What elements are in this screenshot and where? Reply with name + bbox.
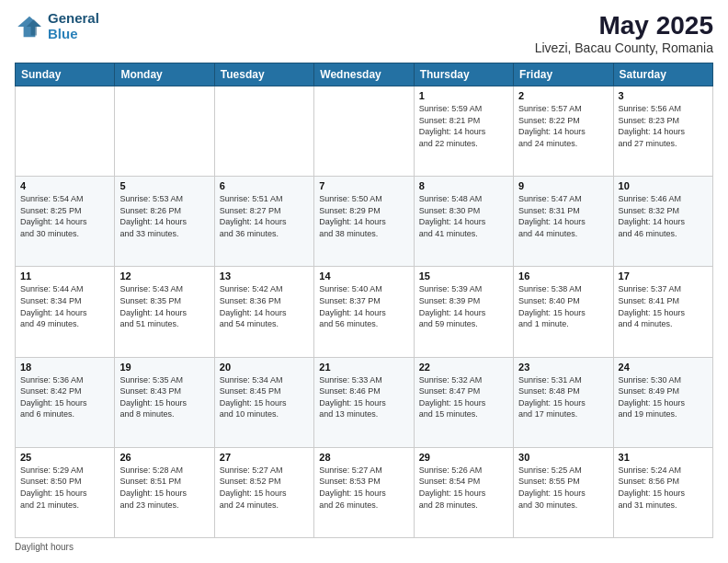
day-cell: 28Sunrise: 5:27 AM Sunset: 8:53 PM Dayli… xyxy=(314,447,414,537)
day-number: 19 xyxy=(119,362,209,373)
day-cell: 22Sunrise: 5:32 AM Sunset: 8:47 PM Dayli… xyxy=(414,357,513,447)
day-info: Sunrise: 5:40 AM Sunset: 8:37 PM Dayligh… xyxy=(319,283,408,329)
week-row-1: 4Sunrise: 5:54 AM Sunset: 8:25 PM Daylig… xyxy=(16,177,713,267)
day-cell: 20Sunrise: 5:34 AM Sunset: 8:45 PM Dayli… xyxy=(214,357,313,447)
day-info: Sunrise: 5:46 AM Sunset: 8:32 PM Dayligh… xyxy=(619,193,708,239)
daylight-note: Daylight hours xyxy=(15,542,74,552)
day-number: 27 xyxy=(220,452,309,463)
day-info: Sunrise: 5:25 AM Sunset: 8:55 PM Dayligh… xyxy=(518,465,608,511)
day-cell xyxy=(214,86,313,177)
day-cell: 17Sunrise: 5:37 AM Sunset: 8:41 PM Dayli… xyxy=(613,267,712,357)
logo-line2: Blue xyxy=(48,27,99,42)
day-info: Sunrise: 5:50 AM Sunset: 8:29 PM Dayligh… xyxy=(319,193,408,239)
day-number: 2 xyxy=(518,90,608,101)
day-number: 7 xyxy=(319,180,408,191)
day-number: 9 xyxy=(518,180,608,191)
day-cell: 31Sunrise: 5:24 AM Sunset: 8:56 PM Dayli… xyxy=(613,447,712,537)
day-number: 14 xyxy=(319,270,408,282)
day-info: Sunrise: 5:38 AM Sunset: 8:40 PM Dayligh… xyxy=(518,283,608,329)
day-number: 23 xyxy=(518,362,608,373)
day-cell: 14Sunrise: 5:40 AM Sunset: 8:37 PM Dayli… xyxy=(314,267,414,357)
day-number: 18 xyxy=(20,362,109,373)
header: General Blue May 2025 Livezi, Bacau Coun… xyxy=(15,11,713,55)
day-cell: 13Sunrise: 5:42 AM Sunset: 8:36 PM Dayli… xyxy=(214,267,313,357)
day-number: 29 xyxy=(419,452,508,463)
day-number: 4 xyxy=(20,180,109,191)
day-cell: 24Sunrise: 5:30 AM Sunset: 8:49 PM Dayli… xyxy=(613,357,712,447)
logo-icon xyxy=(15,12,44,41)
logo-line1: General xyxy=(48,11,99,27)
day-info: Sunrise: 5:44 AM Sunset: 8:34 PM Dayligh… xyxy=(20,283,109,329)
day-cell xyxy=(314,86,414,177)
day-cell xyxy=(115,86,214,177)
day-info: Sunrise: 5:27 AM Sunset: 8:53 PM Dayligh… xyxy=(319,465,408,511)
day-info: Sunrise: 5:42 AM Sunset: 8:36 PM Dayligh… xyxy=(220,283,309,329)
title-block: May 2025 Livezi, Bacau County, Romania xyxy=(535,11,713,55)
calendar-table: SundayMondayTuesdayWednesdayThursdayFrid… xyxy=(15,63,713,538)
day-header-tuesday: Tuesday xyxy=(214,63,313,86)
day-number: 16 xyxy=(518,270,608,282)
day-info: Sunrise: 5:35 AM Sunset: 8:43 PM Dayligh… xyxy=(119,374,209,420)
day-cell: 8Sunrise: 5:48 AM Sunset: 8:30 PM Daylig… xyxy=(414,177,513,267)
logo: General Blue xyxy=(15,11,99,41)
day-header-wednesday: Wednesday xyxy=(314,63,414,86)
day-cell: 30Sunrise: 5:25 AM Sunset: 8:55 PM Dayli… xyxy=(514,447,613,537)
day-cell: 12Sunrise: 5:43 AM Sunset: 8:35 PM Dayli… xyxy=(115,267,214,357)
logo-text: General Blue xyxy=(48,11,99,41)
day-info: Sunrise: 5:30 AM Sunset: 8:49 PM Dayligh… xyxy=(619,374,708,420)
day-info: Sunrise: 5:27 AM Sunset: 8:52 PM Dayligh… xyxy=(220,465,309,511)
day-number: 5 xyxy=(119,180,209,191)
week-row-2: 11Sunrise: 5:44 AM Sunset: 8:34 PM Dayli… xyxy=(16,267,713,357)
day-number: 11 xyxy=(20,270,109,282)
header-row: SundayMondayTuesdayWednesdayThursdayFrid… xyxy=(16,63,713,86)
day-cell: 11Sunrise: 5:44 AM Sunset: 8:34 PM Dayli… xyxy=(16,267,115,357)
day-cell: 26Sunrise: 5:28 AM Sunset: 8:51 PM Dayli… xyxy=(115,447,214,537)
day-cell: 1Sunrise: 5:59 AM Sunset: 8:21 PM Daylig… xyxy=(414,86,513,177)
day-number: 8 xyxy=(419,180,508,191)
day-number: 17 xyxy=(619,270,708,282)
day-number: 25 xyxy=(20,452,109,463)
day-cell: 3Sunrise: 5:56 AM Sunset: 8:23 PM Daylig… xyxy=(613,86,712,177)
day-cell: 19Sunrise: 5:35 AM Sunset: 8:43 PM Dayli… xyxy=(115,357,214,447)
day-number: 22 xyxy=(419,362,508,373)
page: General Blue May 2025 Livezi, Bacau Coun… xyxy=(0,0,728,563)
day-number: 30 xyxy=(518,452,608,463)
day-info: Sunrise: 5:43 AM Sunset: 8:35 PM Dayligh… xyxy=(119,283,209,329)
day-number: 1 xyxy=(419,90,508,101)
day-info: Sunrise: 5:37 AM Sunset: 8:41 PM Dayligh… xyxy=(619,283,708,329)
day-cell: 27Sunrise: 5:27 AM Sunset: 8:52 PM Dayli… xyxy=(214,447,313,537)
day-number: 24 xyxy=(619,362,708,373)
day-info: Sunrise: 5:47 AM Sunset: 8:31 PM Dayligh… xyxy=(518,193,608,239)
day-cell: 9Sunrise: 5:47 AM Sunset: 8:31 PM Daylig… xyxy=(514,177,613,267)
day-cell: 25Sunrise: 5:29 AM Sunset: 8:50 PM Dayli… xyxy=(16,447,115,537)
day-info: Sunrise: 5:34 AM Sunset: 8:45 PM Dayligh… xyxy=(220,374,309,420)
day-info: Sunrise: 5:57 AM Sunset: 8:22 PM Dayligh… xyxy=(518,103,608,149)
day-header-sunday: Sunday xyxy=(16,63,115,86)
day-number: 13 xyxy=(220,270,309,282)
subtitle: Livezi, Bacau County, Romania xyxy=(535,40,713,55)
day-cell: 16Sunrise: 5:38 AM Sunset: 8:40 PM Dayli… xyxy=(514,267,613,357)
day-info: Sunrise: 5:33 AM Sunset: 8:46 PM Dayligh… xyxy=(319,374,408,420)
week-row-3: 18Sunrise: 5:36 AM Sunset: 8:42 PM Dayli… xyxy=(16,357,713,447)
day-number: 31 xyxy=(619,452,708,463)
day-info: Sunrise: 5:56 AM Sunset: 8:23 PM Dayligh… xyxy=(619,103,708,149)
day-cell: 7Sunrise: 5:50 AM Sunset: 8:29 PM Daylig… xyxy=(314,177,414,267)
day-cell: 4Sunrise: 5:54 AM Sunset: 8:25 PM Daylig… xyxy=(16,177,115,267)
day-number: 20 xyxy=(220,362,309,373)
day-cell: 2Sunrise: 5:57 AM Sunset: 8:22 PM Daylig… xyxy=(514,86,613,177)
day-info: Sunrise: 5:29 AM Sunset: 8:50 PM Dayligh… xyxy=(20,465,109,511)
day-cell: 10Sunrise: 5:46 AM Sunset: 8:32 PM Dayli… xyxy=(613,177,712,267)
week-row-0: 1Sunrise: 5:59 AM Sunset: 8:21 PM Daylig… xyxy=(16,86,713,177)
day-cell: 18Sunrise: 5:36 AM Sunset: 8:42 PM Dayli… xyxy=(16,357,115,447)
calendar-header: SundayMondayTuesdayWednesdayThursdayFrid… xyxy=(16,63,713,86)
day-number: 3 xyxy=(619,90,708,101)
day-info: Sunrise: 5:36 AM Sunset: 8:42 PM Dayligh… xyxy=(20,374,109,420)
day-cell: 5Sunrise: 5:53 AM Sunset: 8:26 PM Daylig… xyxy=(115,177,214,267)
day-header-thursday: Thursday xyxy=(414,63,513,86)
day-info: Sunrise: 5:31 AM Sunset: 8:48 PM Dayligh… xyxy=(518,374,608,420)
day-info: Sunrise: 5:26 AM Sunset: 8:54 PM Dayligh… xyxy=(419,465,508,511)
day-cell: 23Sunrise: 5:31 AM Sunset: 8:48 PM Dayli… xyxy=(514,357,613,447)
day-cell: 21Sunrise: 5:33 AM Sunset: 8:46 PM Dayli… xyxy=(314,357,414,447)
day-cell: 15Sunrise: 5:39 AM Sunset: 8:39 PM Dayli… xyxy=(414,267,513,357)
main-title: May 2025 xyxy=(535,11,713,40)
